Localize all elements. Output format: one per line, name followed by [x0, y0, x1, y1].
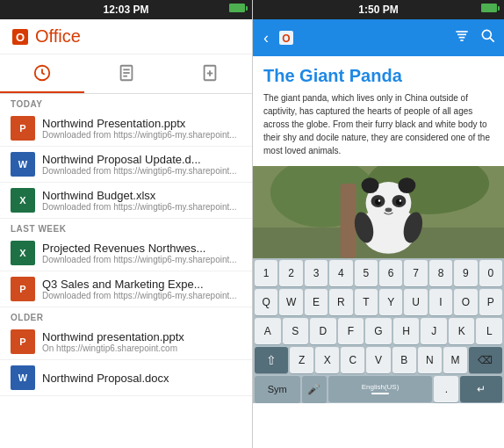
key-o[interactable]: O: [454, 289, 477, 315]
key-7[interactable]: 7: [404, 260, 427, 286]
search-icon[interactable]: [479, 27, 497, 49]
back-button[interactable]: ‹: [260, 27, 272, 49]
file-name: Northwind presentation.pptx: [42, 330, 241, 343]
key-1[interactable]: 1: [255, 260, 277, 286]
list-item[interactable]: P Northwind presentation.pptx On https:/…: [0, 324, 252, 360]
key-u[interactable]: U: [404, 289, 427, 315]
list-item[interactable]: P Q3 Sales and Marketing Expe... Downloa…: [0, 271, 252, 307]
key-p[interactable]: P: [479, 289, 502, 315]
key-r[interactable]: R: [329, 289, 352, 315]
svg-point-31: [378, 199, 380, 201]
xlsx-icon: X: [11, 188, 35, 213]
file-info: Northwind Proposal Update.d... Downloade…: [42, 153, 241, 176]
key-m[interactable]: M: [443, 347, 467, 373]
left-header: O Office: [0, 19, 252, 54]
right-panel: 1:50 PM ‹ O The Giant: [252, 0, 504, 448]
bottom-row: Sym 🎤 English(US) . ↵: [253, 374, 504, 403]
file-sub: On https://wingtip6.sharepoint.com: [42, 343, 241, 353]
file-name: Northwind Proposal.docx: [42, 372, 241, 385]
file-info: Q3 Sales and Marketing Expe... Downloade…: [42, 278, 241, 300]
key-d[interactable]: D: [310, 318, 336, 344]
key-k[interactable]: K: [449, 318, 475, 344]
key-s[interactable]: S: [283, 318, 309, 344]
right-time: 1:50 PM: [358, 4, 398, 16]
xlsx-icon: X: [11, 241, 35, 265]
key-g[interactable]: G: [365, 318, 392, 344]
key-i[interactable]: I: [429, 289, 452, 315]
key-h[interactable]: H: [393, 318, 420, 344]
svg-text:O: O: [16, 31, 25, 44]
file-name: Northwind Presentation.pptx: [42, 117, 241, 130]
document-icon: [117, 63, 136, 83]
key-x[interactable]: X: [315, 347, 339, 373]
docx-icon: W: [11, 152, 35, 177]
section-older: OLDER: [0, 307, 252, 324]
key-e[interactable]: E: [305, 289, 328, 315]
file-list: TODAY P Northwind Presentation.pptx Down…: [0, 94, 252, 448]
doc-content: The Giant Panda The giant panda, which l…: [253, 56, 504, 166]
svg-text:O: O: [282, 33, 290, 45]
docx-icon: W: [11, 365, 35, 390]
file-sub: Downloaded from https://wingtip6-my.shar…: [42, 166, 241, 176]
left-panel: 12:03 PM O Office: [0, 0, 252, 448]
key-3[interactable]: 3: [305, 260, 328, 286]
doc-body: The giant panda, which lives only in Chi…: [263, 91, 493, 157]
tab-new[interactable]: [168, 54, 252, 93]
key-8[interactable]: 8: [429, 260, 452, 286]
key-9[interactable]: 9: [454, 260, 477, 286]
file-name: Q3 Sales and Marketing Expe...: [42, 278, 241, 291]
new-document-icon: [200, 63, 220, 83]
sym-key[interactable]: Sym: [255, 376, 300, 402]
key-4[interactable]: 4: [329, 260, 352, 286]
left-battery-icon: [229, 4, 245, 12]
list-item[interactable]: P Northwind Presentation.pptx Downloaded…: [0, 111, 252, 147]
mic-key[interactable]: 🎤: [302, 376, 327, 402]
list-item[interactable]: W Northwind Proposal.docx: [0, 360, 252, 396]
key-t[interactable]: T: [355, 289, 378, 315]
key-b[interactable]: B: [392, 347, 416, 373]
filter-icon[interactable]: [453, 27, 471, 49]
list-item[interactable]: X Northwind Budget.xlsx Downloaded from …: [0, 183, 252, 219]
number-row: 1 2 3 4 5 6 7 8 9 0: [253, 258, 504, 287]
shift-key[interactable]: ⇧: [255, 347, 288, 373]
key-j[interactable]: J: [421, 318, 447, 344]
key-l[interactable]: L: [476, 318, 502, 344]
key-2[interactable]: 2: [279, 260, 302, 286]
key-v[interactable]: V: [366, 347, 390, 373]
zxcv-row: ⇧ Z X C V B N M ⌫: [253, 345, 504, 374]
right-status-bar: 1:50 PM: [253, 0, 504, 19]
file-sub: Downloaded from https://wingtip6-my.shar…: [42, 291, 241, 300]
key-a[interactable]: A: [255, 318, 281, 344]
keyboard: 1 2 3 4 5 6 7 8 9 0 Q W E R T Y U I O P …: [253, 258, 504, 403]
tab-recent[interactable]: [0, 54, 84, 93]
key-f[interactable]: F: [338, 318, 364, 344]
key-q[interactable]: Q: [255, 289, 277, 315]
svg-rect-22: [341, 184, 356, 258]
svg-line-17: [490, 38, 494, 42]
key-0[interactable]: 0: [479, 260, 502, 286]
section-last-week: LAST WEEK: [0, 219, 252, 235]
key-n[interactable]: N: [418, 347, 442, 373]
tab-documents[interactable]: [84, 54, 169, 93]
key-w[interactable]: W: [279, 289, 302, 315]
svg-point-32: [400, 199, 401, 201]
panda-image: [253, 166, 504, 258]
key-y[interactable]: Y: [379, 289, 402, 315]
key-c[interactable]: C: [341, 347, 364, 373]
list-item[interactable]: W Northwind Proposal Update.d... Downloa…: [0, 147, 252, 183]
svg-point-29: [375, 199, 381, 206]
svg-point-25: [362, 177, 379, 193]
period-key[interactable]: .: [434, 376, 458, 402]
qwerty-row: Q W E R T Y U I O P: [253, 287, 504, 316]
svg-point-16: [482, 30, 491, 39]
key-z[interactable]: Z: [290, 347, 313, 373]
enter-key[interactable]: ↵: [460, 376, 502, 402]
file-name: Northwind Budget.xlsx: [42, 189, 241, 202]
key-6[interactable]: 6: [379, 260, 402, 286]
key-5[interactable]: 5: [355, 260, 378, 286]
language-key[interactable]: English(US): [328, 376, 433, 402]
office-logo-small-icon: O: [277, 29, 295, 47]
backspace-key[interactable]: ⌫: [469, 347, 502, 373]
left-time: 12:03 PM: [103, 4, 148, 16]
list-item[interactable]: X Projected Revenues Northwes... Downloa…: [0, 235, 252, 271]
